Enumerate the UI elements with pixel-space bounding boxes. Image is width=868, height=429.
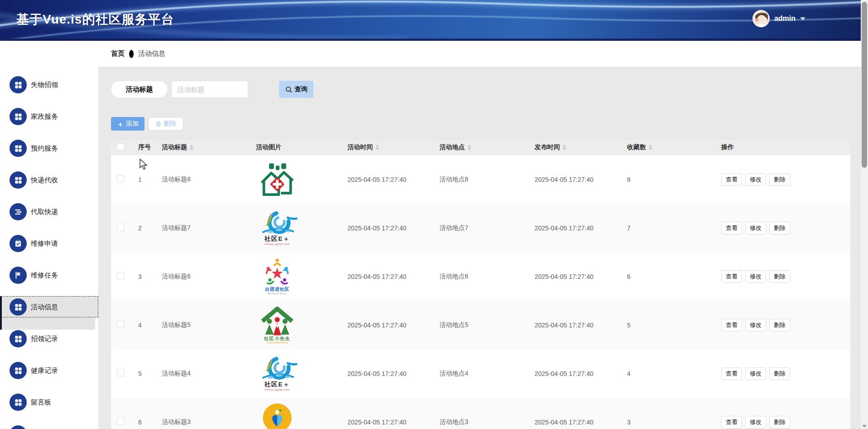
action-edit-button[interactable]: 修改 — [745, 319, 766, 332]
logo-community-eplus: 社区E＋eshop.cgssd.com — [255, 206, 300, 250]
sidebar-item-预约服务[interactable]: 预约服务 — [0, 132, 98, 164]
column-header-发布时间[interactable]: 发布时间 — [529, 140, 622, 155]
add-button[interactable]: ＋ 添加 — [111, 117, 145, 131]
action-delete-button[interactable]: 删除 — [769, 319, 790, 332]
action-view-button[interactable]: 查看 — [721, 416, 742, 429]
delete-button[interactable]: 删除 — [148, 117, 183, 131]
action-view-button[interactable]: 查看 — [721, 173, 742, 186]
breadcrumb-home[interactable]: 首页 — [111, 49, 125, 58]
row-publish-time: 2025-04-05 17:27:40 — [529, 155, 622, 204]
search-input[interactable] — [171, 81, 248, 98]
user-menu[interactable]: admin — [752, 10, 805, 27]
action-delete-button[interactable]: 删除 — [769, 173, 790, 186]
sidebar-item-代取快递[interactable]: 代取快递 — [0, 196, 98, 228]
action-view-button[interactable]: 查看 — [721, 367, 742, 380]
scrollbar-thumb[interactable] — [862, 2, 867, 168]
action-delete-button[interactable]: 删除 — [769, 367, 790, 380]
action-view-button[interactable]: 查看 — [721, 319, 742, 332]
breadcrumb-current: 活动信息 — [138, 49, 165, 58]
grid-icon — [10, 140, 27, 157]
sort-carets-icon[interactable] — [649, 145, 652, 150]
sidebar-item-留言板[interactable]: 留言板 — [0, 386, 98, 418]
avatar[interactable] — [752, 10, 770, 27]
page: 基于Vue.is的社区服务平台 admin 失物招领家政服务预约服务快递代收 — [0, 0, 868, 429]
query-button[interactable]: 查询 — [279, 81, 313, 98]
sidebar-item-失物招领[interactable]: 失物招领 — [0, 69, 98, 101]
sidebar-item-label: 招领记录 — [31, 335, 58, 343]
table-row: 5活动标题4社区E＋eshop.cgssd.com2025-04-05 17:2… — [111, 349, 850, 398]
sidebar-item-label: 维修任务 — [31, 271, 58, 280]
select-all-checkbox[interactable] — [117, 143, 124, 151]
sidebar-item-维修任务[interactable]: 维修任务 — [0, 259, 98, 291]
row-title: 活动标题5 — [156, 301, 231, 349]
row-index: 2 — [133, 204, 156, 252]
main-content: 首页 活动信息 活动标题 查询 ＋ 添加 — [98, 41, 861, 429]
svg-text:eshop.cgssd.com: eshop.cgssd.com — [265, 243, 289, 245]
action-edit-button[interactable]: 修改 — [745, 173, 766, 186]
action-delete-button[interactable]: 删除 — [769, 222, 790, 234]
scroll-down-icon[interactable] — [862, 425, 867, 428]
row-title: 活动标题8 — [156, 155, 231, 204]
search-icon — [285, 86, 292, 93]
logo-tuanjin-shequ: 白团进社区Bai Tuan Jin She Qu — [255, 255, 300, 298]
chevron-down-icon — [800, 17, 805, 20]
table-row: 6活动标题3湖西社区2025-04-05 17:27:40活动地点32025-0… — [111, 398, 850, 429]
sidebar-item-维修申请[interactable]: 维修申请 — [0, 228, 98, 259]
sidebar-item-健康记录[interactable]: 健康记录 — [0, 355, 98, 386]
row-checkbox[interactable] — [117, 321, 124, 328]
flag-icon — [10, 267, 27, 284]
sort-carets-icon[interactable] — [190, 145, 193, 150]
row-checkbox[interactable] — [117, 175, 124, 182]
row-checkbox[interactable] — [117, 418, 124, 425]
grid-icon — [10, 394, 27, 411]
row-checkbox[interactable] — [117, 369, 124, 376]
column-header-活动时间[interactable]: 活动时间 — [342, 140, 434, 155]
sidebar-item-快递代收[interactable]: 快递代收 — [0, 164, 98, 196]
row-favorites: 3 — [622, 398, 716, 429]
row-index: 6 — [133, 398, 156, 429]
vertical-scrollbar[interactable] — [861, 0, 868, 429]
column-header-收藏数[interactable]: 收藏数 — [622, 140, 716, 155]
row-favorites: 6 — [622, 252, 716, 301]
action-view-button[interactable]: 查看 — [721, 222, 742, 234]
sort-carets-icon[interactable] — [563, 145, 566, 150]
row-checkbox[interactable] — [117, 224, 124, 231]
row-activity-time: 2025-04-05 17:27:40 — [342, 349, 434, 398]
row-checkbox[interactable] — [117, 272, 124, 279]
row-publish-time: 2025-04-05 17:27:40 — [529, 398, 622, 429]
table-row: 1活动标题82025-04-05 17:27:40活动地点82025-04-05… — [111, 155, 850, 204]
logo-community-health-house — [255, 158, 300, 201]
breadcrumb-separator-icon — [129, 50, 134, 58]
column-header-活动标题[interactable]: 活动标题 — [156, 140, 231, 155]
table-row: 4活动标题5社区小先生SheQuXiaoXianSheng2025-04-05 … — [111, 301, 850, 349]
action-edit-button[interactable]: 修改 — [745, 270, 766, 283]
sidebar-item-招领记录[interactable]: 招领记录 — [0, 323, 98, 355]
sort-carets-icon[interactable] — [468, 145, 471, 150]
sidebar-item-label: 失物招领 — [31, 81, 58, 89]
row-favorites: 8 — [622, 155, 716, 204]
row-index: 5 — [133, 349, 156, 398]
column-header-操作: 操作 — [716, 140, 850, 155]
sidebar-item-活动信息[interactable]: 活动信息 — [0, 291, 98, 323]
action-delete-button[interactable]: 删除 — [769, 416, 790, 429]
action-delete-button[interactable]: 删除 — [769, 270, 790, 283]
action-edit-button[interactable]: 修改 — [745, 416, 766, 429]
grid-icon — [10, 298, 27, 316]
grid-icon — [10, 171, 27, 189]
svg-text:社区E＋: 社区E＋ — [264, 380, 290, 387]
action-edit-button[interactable]: 修改 — [745, 367, 766, 380]
row-activity-time: 2025-04-05 17:27:40 — [342, 398, 434, 429]
sidebar-item-label: 留言板 — [31, 398, 51, 407]
sidebar-item-家政服务[interactable]: 家政服务 — [0, 101, 98, 132]
search-field-label: 活动标题 — [111, 81, 168, 98]
sort-carets-icon[interactable] — [376, 145, 379, 150]
sidebar-item-partial-11[interactable] — [0, 418, 98, 429]
query-button-label: 查询 — [295, 85, 308, 93]
row-title: 活动标题7 — [156, 204, 231, 252]
action-view-button[interactable]: 查看 — [721, 270, 742, 283]
column-header-活动地点[interactable]: 活动地点 — [434, 140, 529, 155]
row-activity-time: 2025-04-05 17:27:40 — [342, 252, 434, 301]
plus-icon: ＋ — [117, 121, 124, 127]
action-edit-button[interactable]: 修改 — [745, 222, 766, 234]
column-header-序号: 序号 — [133, 140, 156, 155]
